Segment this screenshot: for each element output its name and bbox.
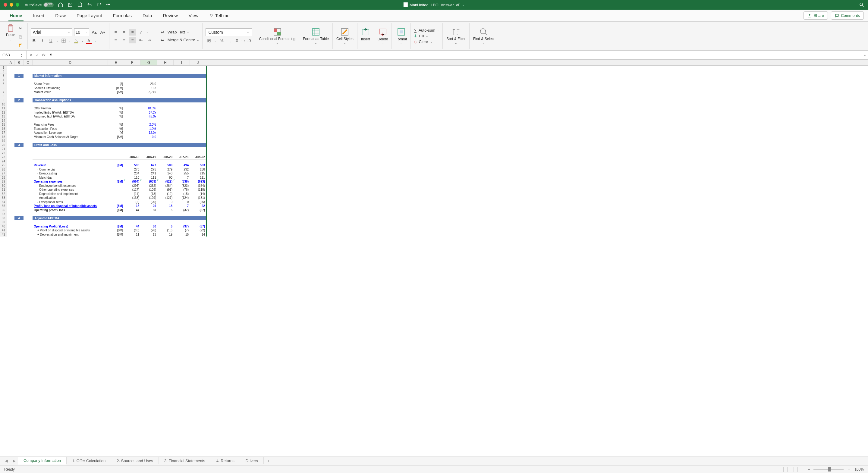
normal-view-icon[interactable] (777, 467, 784, 472)
cell[interactable]: 1.0% (141, 127, 157, 131)
font-color-icon[interactable]: A (86, 37, 92, 44)
cell[interactable]: Market Value (33, 90, 108, 94)
comments-button[interactable]: Comments (831, 11, 864, 20)
cancel-formula-icon[interactable]: ✕ (30, 53, 33, 57)
save-icon[interactable] (67, 2, 73, 7)
cell[interactable]: Jun-20 (157, 155, 174, 159)
row-header[interactable]: 36 (0, 208, 7, 212)
tab-draw[interactable]: Draw (50, 10, 71, 21)
cell[interactable]: [%] (108, 115, 124, 119)
tab-data[interactable]: Data (137, 10, 158, 21)
cell[interactable]: + Profit on disposal of intangible asset… (33, 228, 108, 232)
zoom-in-icon[interactable]: ＋ (847, 467, 851, 472)
cell[interactable]: (296) (124, 184, 141, 188)
cell[interactable]: - Commercial (33, 167, 108, 172)
cell[interactable]: 276 (124, 167, 141, 172)
align-center-icon[interactable]: ≡ (121, 37, 127, 43)
row-header[interactable]: 26 (0, 167, 7, 172)
align-bottom-icon[interactable]: ≡ (129, 29, 136, 36)
align-left-icon[interactable]: ≡ (113, 37, 119, 43)
row-header[interactable]: 17 (0, 131, 7, 135)
cell[interactable]: 50 (141, 208, 157, 212)
cell[interactable]: 0 (157, 200, 174, 204)
cell[interactable]: (693) (190, 180, 206, 184)
sheet-tab-offer-calculation[interactable]: 1. Offer Calculation (67, 457, 111, 464)
autosum-button[interactable]: ∑Auto-sum⌄ (414, 28, 439, 33)
row-header[interactable]: 35 (0, 204, 7, 208)
cell[interactable]: 19 (157, 232, 174, 237)
cell[interactable]: (7) (174, 228, 190, 232)
align-top-icon[interactable]: ≡ (113, 29, 119, 36)
row-header[interactable]: 10 (0, 102, 7, 107)
sheet-tab-drivers[interactable]: Drivers (240, 457, 264, 464)
cell[interactable]: 7 (174, 176, 190, 180)
row-header[interactable]: 31 (0, 188, 7, 192)
zoom-slider[interactable] (813, 469, 844, 470)
cell[interactable]: [%] (108, 106, 124, 111)
redo-icon[interactable] (96, 2, 102, 7)
cell[interactable]: 583 (190, 163, 206, 167)
orientation-icon[interactable]: ⤢ (138, 29, 144, 36)
zoom-out-icon[interactable]: − (808, 467, 810, 472)
cell[interactable]: (19) (157, 192, 174, 196)
save-as-icon[interactable] (77, 2, 83, 7)
clear-button[interactable]: ◇Clear⌄ (414, 39, 439, 44)
row-header[interactable]: 19 (0, 139, 7, 143)
cell[interactable]: Financing Fees (33, 123, 108, 127)
cell[interactable]: 10.0 (141, 135, 157, 139)
cell[interactable]: (2) (124, 200, 141, 204)
cell[interactable]: Jun-22 (190, 155, 206, 159)
align-right-icon[interactable]: ≡ (129, 37, 136, 43)
cell[interactable]: - Other operating expenses (33, 188, 108, 192)
cell[interactable]: 111 (190, 176, 206, 180)
cell[interactable]: [$M] (108, 180, 124, 184)
fill-button[interactable]: ⬇Fill⌄ (414, 34, 439, 38)
cell[interactable]: 509 (157, 163, 174, 167)
add-sheet-button[interactable]: ＋ (264, 458, 273, 464)
align-middle-icon[interactable]: ≡ (121, 29, 127, 36)
row-header[interactable]: 32 (0, 192, 7, 196)
cell[interactable]: 258 (190, 167, 206, 172)
cell[interactable]: 111 (141, 176, 157, 180)
autosave-toggle[interactable]: AutoSave OFF (25, 2, 54, 7)
sort-filter-button[interactable]: Sort & Filter⌄ (443, 23, 469, 49)
sheet-tab-sources-uses[interactable]: 2. Sources and Uses (111, 457, 159, 464)
cell[interactable]: (25) (190, 200, 206, 204)
cell[interactable]: [%] (108, 111, 124, 115)
tab-tell-me[interactable]: Tell me (204, 10, 235, 21)
row-header[interactable]: 34 (0, 200, 7, 204)
underline-button[interactable]: U (48, 37, 54, 44)
col-header[interactable]: I (174, 60, 190, 65)
row-header[interactable]: 6 (0, 86, 7, 90)
cut-icon[interactable]: ✂ (17, 25, 24, 32)
sheet-tab-company-information[interactable]: Company Information (18, 457, 67, 465)
cell[interactable]: Implied Entry EV/Adj. EBITDA (33, 111, 108, 115)
bold-button[interactable]: B (31, 37, 37, 44)
col-header[interactable]: D (33, 60, 108, 65)
insert-cells-button[interactable]: Insert⌄ (358, 23, 374, 49)
tab-formulas[interactable]: Formulas (107, 10, 137, 21)
cell[interactable]: 18 (124, 204, 141, 208)
cell[interactable]: 255 (174, 171, 190, 176)
row-header[interactable]: 7 (0, 90, 7, 94)
cell[interactable]: 5 (157, 208, 174, 212)
cell[interactable]: (151) (190, 196, 206, 200)
wrap-text-button[interactable]: ↩Wrap Text⌄ (159, 29, 199, 36)
col-header[interactable]: A (7, 60, 14, 65)
row-header[interactable]: 33 (0, 196, 7, 200)
cell[interactable]: 241 (141, 171, 157, 176)
cell[interactable]: Operating profit / loss (33, 208, 108, 212)
cell[interactable]: 140 (157, 171, 174, 176)
toggle-icon[interactable]: OFF (43, 2, 54, 7)
decrease-decimal-icon[interactable]: ←.0 (244, 37, 250, 44)
cell[interactable]: 10.0% (141, 106, 157, 111)
cell[interactable]: [# M] (108, 86, 124, 90)
row-header[interactable]: 3 (0, 74, 7, 78)
expand-formula-bar-icon[interactable]: ⌄ (862, 53, 868, 57)
row-header[interactable]: 30 (0, 184, 7, 188)
cell[interactable]: [$M] (108, 224, 124, 229)
cell[interactable]: Minimum Cash Balance At Target (33, 135, 108, 139)
cell[interactable]: [$M] (108, 90, 124, 94)
cell[interactable]: 57.2x (141, 111, 157, 115)
row-header[interactable]: 42 (0, 232, 7, 237)
